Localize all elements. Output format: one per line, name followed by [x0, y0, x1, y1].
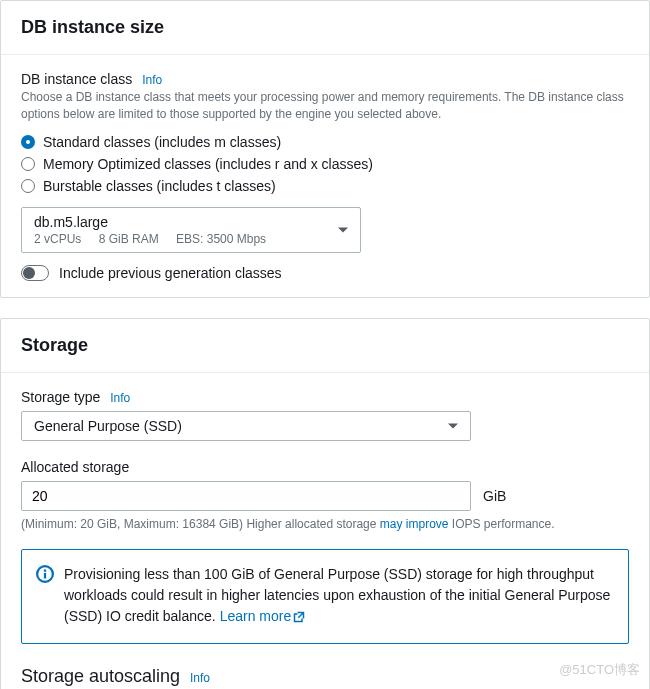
instance-ram: 8 GiB RAM — [99, 232, 159, 246]
alert-text: Provisioning less than 100 GiB of Genera… — [64, 564, 614, 629]
panel-header: DB instance size — [1, 1, 649, 55]
db-instance-class-description: Choose a DB instance class that meets yo… — [21, 89, 629, 123]
radio-burstable-classes[interactable]: Burstable classes (includes t classes) — [21, 175, 629, 197]
radio-label: Memory Optimized classes (includes r and… — [43, 156, 373, 172]
panel-header: Storage — [1, 319, 649, 373]
storage-autoscaling-title: Storage autoscaling — [21, 666, 180, 687]
chevron-down-icon — [448, 423, 458, 428]
radio-label: Standard classes (includes m classes) — [43, 134, 281, 150]
svg-rect-1 — [44, 572, 46, 578]
radio-icon — [21, 135, 35, 149]
storage-title: Storage — [21, 335, 629, 356]
radio-icon — [21, 157, 35, 171]
storage-type-info-link[interactable]: Info — [110, 391, 130, 405]
include-prev-gen-label: Include previous generation classes — [59, 265, 282, 281]
allocated-storage-label: Allocated storage — [21, 459, 129, 475]
instance-select-value: db.m5.large — [34, 214, 348, 230]
storage-type-select[interactable]: General Purpose (SSD) — [21, 411, 471, 441]
learn-more-link[interactable]: Learn more — [220, 608, 306, 624]
storage-autoscaling-info-link[interactable]: Info — [190, 671, 210, 685]
instance-vcpus: 2 vCPUs — [34, 232, 81, 246]
radio-memory-optimized-classes[interactable]: Memory Optimized classes (includes r and… — [21, 153, 629, 175]
chevron-down-icon — [338, 227, 348, 232]
info-icon — [36, 565, 54, 583]
instance-ebs: EBS: 3500 Mbps — [176, 232, 266, 246]
allocated-storage-hint: (Minimum: 20 GiB, Maximum: 16384 GiB) Hi… — [21, 517, 629, 531]
storage-type-value: General Purpose (SSD) — [34, 418, 182, 434]
panel-body: Storage type Info General Purpose (SSD) … — [1, 373, 649, 689]
include-prev-gen-row: Include previous generation classes — [21, 265, 629, 281]
instance-class-radio-group: Standard classes (includes m classes) Me… — [21, 131, 629, 197]
db-instance-class-label: DB instance class — [21, 71, 132, 87]
storage-panel: Storage Storage type Info General Purpos… — [0, 318, 650, 689]
external-link-icon — [293, 608, 305, 629]
allocated-storage-input[interactable] — [21, 481, 471, 511]
radio-icon — [21, 179, 35, 193]
panel-body: DB instance class Info Choose a DB insta… — [1, 55, 649, 297]
watermark: @51CTO博客 — [559, 661, 640, 679]
instance-class-select[interactable]: db.m5.large 2 vCPUs 8 GiB RAM EBS: 3500 … — [21, 207, 361, 253]
db-instance-class-info-link[interactable]: Info — [142, 73, 162, 87]
allocated-storage-unit: GiB — [483, 488, 506, 504]
radio-label: Burstable classes (includes t classes) — [43, 178, 276, 194]
radio-standard-classes[interactable]: Standard classes (includes m classes) — [21, 131, 629, 153]
toggle-knob-icon — [23, 267, 35, 279]
instance-select-details: 2 vCPUs 8 GiB RAM EBS: 3500 Mbps — [34, 232, 348, 246]
db-instance-size-panel: DB instance size DB instance class Info … — [0, 0, 650, 298]
may-improve-link[interactable]: may improve — [380, 517, 449, 531]
db-instance-size-title: DB instance size — [21, 17, 629, 38]
storage-provisioning-alert: Provisioning less than 100 GiB of Genera… — [21, 549, 629, 644]
include-prev-gen-toggle[interactable] — [21, 265, 49, 281]
storage-type-label: Storage type — [21, 389, 100, 405]
svg-rect-2 — [44, 569, 46, 571]
